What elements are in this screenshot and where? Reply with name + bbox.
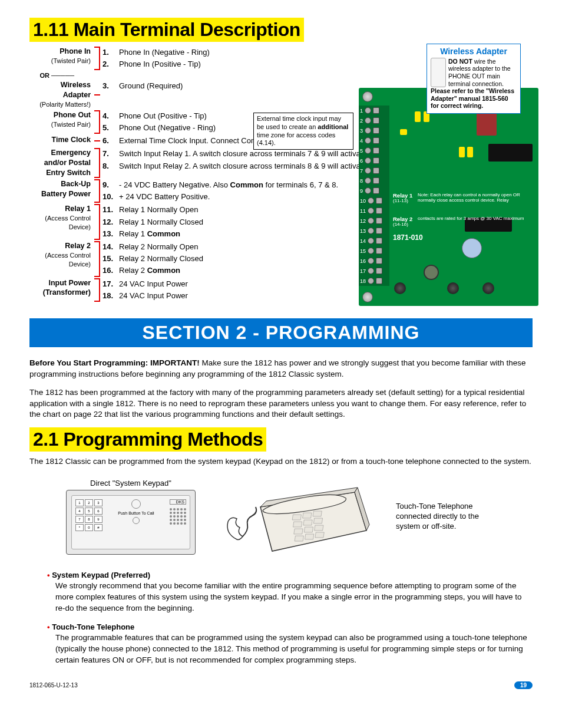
terminal-number: 4. xyxy=(103,111,117,121)
svg-rect-5 xyxy=(313,511,322,516)
relay1-note: Note: Each relay can control a normally … xyxy=(418,193,530,203)
svg-rect-7 xyxy=(303,520,312,525)
group-label: Emergencyand/or PostalEntry Switch xyxy=(29,148,94,178)
wireless-adapter-icon xyxy=(431,58,446,87)
footer-doc-id: 1812-065-U-12-13 xyxy=(29,682,78,689)
dks-logo: DKS xyxy=(170,499,186,505)
terminal-number: 12. xyxy=(103,217,117,228)
bullet-touch-tone: • Touch-Tone Telephone The programmable … xyxy=(47,622,533,666)
terminal-number: 16. xyxy=(103,265,117,276)
terminal-number: 15. xyxy=(103,253,117,264)
terminal-number: 13. xyxy=(103,229,117,239)
info-icon xyxy=(131,499,141,509)
svg-rect-14 xyxy=(315,532,324,538)
bracket-icon xyxy=(94,94,100,95)
terminal-number: 18. xyxy=(103,291,117,301)
terminal-number: 8. xyxy=(103,161,117,172)
group-label: Time Clock xyxy=(29,135,94,145)
terminal-number: 6. xyxy=(103,136,117,146)
terminal-number: 3. xyxy=(103,81,117,91)
telephone-icon xyxy=(219,475,372,557)
relay1-label: Relay 1 xyxy=(393,192,412,199)
bracket-icon xyxy=(94,140,100,141)
screw-icon xyxy=(362,292,373,302)
bracket-icon xyxy=(94,241,100,277)
board-id: 1871-010 xyxy=(393,234,423,242)
section2-banner: SECTION 2 - PROGRAMMING xyxy=(29,318,533,347)
terminal-number: 5. xyxy=(103,123,117,133)
keypad-caption: Direct "System Keypad" xyxy=(66,479,196,487)
push-button-label: Push Button To Call xyxy=(106,511,166,515)
terminal-number: 7. xyxy=(103,149,117,159)
bracket-icon xyxy=(94,179,100,203)
bracket-icon xyxy=(94,110,100,134)
svg-rect-9 xyxy=(294,529,303,534)
methods-intro: The 1812 Classic can be programmed from … xyxy=(29,456,533,467)
bullet2-body: The programmable features that can be pr… xyxy=(55,633,533,666)
relay2-pins: (14-16) xyxy=(393,222,412,228)
wireless-title: Wireless Adapter xyxy=(431,47,517,57)
bullet1-body: We strongly recommend that you become fa… xyxy=(55,581,533,614)
keypad-buttons-icon: 123 456 789 *0# xyxy=(75,499,103,545)
heading-1-11: 1.11 Main Terminal Description xyxy=(29,18,304,42)
svg-rect-11 xyxy=(315,525,323,531)
terminal-number: 17. xyxy=(103,279,117,289)
group-label: Phone In(Twisted Pair) xyxy=(29,47,94,65)
bracket-icon xyxy=(94,204,100,240)
bullet1-title: System Keypad (Preferred) xyxy=(52,571,150,579)
terminal-number: 1. xyxy=(103,47,117,58)
terminal-number: 14. xyxy=(103,242,117,252)
group-label: Back-UpBattery Power xyxy=(29,179,94,199)
call-button-icon xyxy=(133,517,140,524)
or-label: OR ───── xyxy=(29,71,77,80)
phone-figure xyxy=(213,475,378,559)
bullet-system-keypad: • System Keypad (Preferred) We strongly … xyxy=(47,571,533,614)
svg-rect-13 xyxy=(305,534,314,539)
connector-icon xyxy=(482,282,494,294)
relay2-label: Relay 2 xyxy=(393,216,412,222)
svg-rect-4 xyxy=(303,513,312,518)
group-label: Phone Out(Twisted Pair) xyxy=(29,110,94,129)
time-clock-note-box: External time clock input may be used to… xyxy=(253,113,353,150)
terminal-number: 10. xyxy=(103,192,117,202)
connector-icon xyxy=(447,282,459,294)
relay1-pins: (11-13) xyxy=(393,199,412,204)
screw-icon xyxy=(362,91,373,102)
heading-2-1: 2.1 Programming Methods xyxy=(29,427,266,452)
capacitor-icon xyxy=(467,147,473,157)
group-label: Input Power(Transformer) xyxy=(29,278,94,298)
bracket-icon xyxy=(94,47,100,70)
relay2-note: contacts are rated for 3 amps @ 30 VAC m… xyxy=(418,216,530,222)
capacitor-icon xyxy=(462,238,482,258)
chip-icon xyxy=(488,144,533,162)
phone-note: Touch-Tone Telephone connected directly … xyxy=(396,502,496,532)
svg-rect-6 xyxy=(293,522,302,527)
page-number: 19 xyxy=(514,681,533,689)
pcb-board-illustration: 1 2 3 4 5 6 7 8 9 10 11 12 13 14 15 16 1… xyxy=(359,88,538,306)
bullet2-title: Touch-Tone Telephone xyxy=(52,622,134,631)
before-start-text: Before You Start Programming: IMPORTANT!… xyxy=(29,358,533,380)
wireless-adapter-box: Wireless Adapter DO NOT wire the wireles… xyxy=(427,44,521,114)
svg-rect-10 xyxy=(304,527,313,532)
group-label: WirelessAdapter(Polarity Matters!) xyxy=(29,80,94,109)
bracket-icon xyxy=(94,278,100,302)
connector-icon xyxy=(394,282,406,294)
svg-rect-12 xyxy=(295,536,303,541)
pcb-terminal-block: 1 2 3 4 5 6 7 8 9 10 11 12 13 14 15 16 1… xyxy=(359,106,389,286)
terminal-number: 11. xyxy=(103,205,117,215)
keypad-figure: Direct "System Keypad" 123 456 789 *0# P… xyxy=(66,479,196,555)
speaker-icon xyxy=(170,508,186,525)
component-icon xyxy=(424,265,439,280)
terminal-number: 9. xyxy=(103,180,117,190)
svg-rect-8 xyxy=(313,518,322,523)
capacitor-icon xyxy=(400,129,407,135)
group-label: Relay 1(Access Control Device) xyxy=(29,204,94,232)
factory-text: The 1812 has been programmed at the fact… xyxy=(29,387,533,421)
group-label: Relay 2(Access Control Device) xyxy=(29,241,94,269)
bracket-icon xyxy=(94,148,100,178)
svg-rect-3 xyxy=(292,515,301,520)
terminal-number: 2. xyxy=(103,59,117,70)
capacitor-icon xyxy=(415,111,421,122)
capacitor-icon xyxy=(459,147,465,157)
